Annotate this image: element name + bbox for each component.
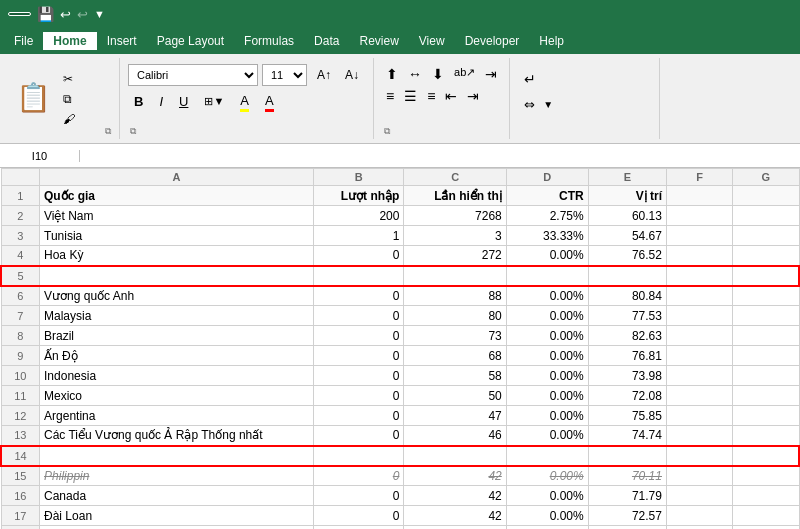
cell-9-B[interactable]: 0: [314, 346, 404, 366]
align-middle-button[interactable]: ↔: [404, 64, 426, 84]
cell-9-G[interactable]: [733, 346, 799, 366]
cell-3-F[interactable]: [666, 226, 732, 246]
copy-button[interactable]: ⧉: [59, 90, 83, 108]
cell-16-G[interactable]: [733, 486, 799, 506]
font-size-select[interactable]: 11: [262, 64, 307, 86]
cell-15-C[interactable]: 42: [404, 466, 506, 486]
cell-2-B[interactable]: 200: [314, 206, 404, 226]
underline-button[interactable]: U: [173, 90, 194, 112]
cell-18-E[interactable]: 79.66: [588, 526, 666, 530]
cell-14-A[interactable]: [40, 446, 314, 466]
menu-formulas[interactable]: Formulas: [234, 32, 304, 50]
menu-insert[interactable]: Insert: [97, 32, 147, 50]
cell-13-F[interactable]: [666, 426, 732, 446]
cell-10-A[interactable]: Indonesia: [40, 366, 314, 386]
wrap-text-button[interactable]: ↵: [518, 68, 651, 90]
cell-16-F[interactable]: [666, 486, 732, 506]
cell-5-C[interactable]: [404, 266, 506, 286]
font-expand-icon[interactable]: ⧉: [130, 126, 136, 137]
menu-developer[interactable]: Developer: [455, 32, 530, 50]
cell-12-G[interactable]: [733, 406, 799, 426]
cell-8-G[interactable]: [733, 326, 799, 346]
col-header-F[interactable]: F: [666, 169, 732, 186]
cell-14-G[interactable]: [733, 446, 799, 466]
cell-18-B[interactable]: 0: [314, 526, 404, 530]
cell-11-A[interactable]: Mexico: [40, 386, 314, 406]
cell-1-E[interactable]: Vị trí: [588, 186, 666, 206]
font-name-select[interactable]: Calibri: [128, 64, 258, 86]
menu-file[interactable]: File: [4, 32, 43, 50]
cell-11-G[interactable]: [733, 386, 799, 406]
cell-6-D[interactable]: 0.00%: [506, 286, 588, 306]
cell-10-G[interactable]: [733, 366, 799, 386]
cell-16-B[interactable]: 0: [314, 486, 404, 506]
cell-1-A[interactable]: Quốc gia: [40, 186, 314, 206]
cell-1-C[interactable]: Lần hiển thị: [404, 186, 506, 206]
cell-17-B[interactable]: 0: [314, 506, 404, 526]
cell-4-C[interactable]: 272: [404, 246, 506, 266]
autosave-badge[interactable]: [8, 12, 31, 16]
cell-4-E[interactable]: 76.52: [588, 246, 666, 266]
align-left-button[interactable]: ≡: [382, 86, 398, 106]
cell-10-D[interactable]: 0.00%: [506, 366, 588, 386]
cell-10-B[interactable]: 0: [314, 366, 404, 386]
cell-5-F[interactable]: [666, 266, 732, 286]
cell-17-E[interactable]: 72.57: [588, 506, 666, 526]
cell-12-E[interactable]: 75.85: [588, 406, 666, 426]
cell-10-E[interactable]: 73.98: [588, 366, 666, 386]
cell-6-B[interactable]: 0: [314, 286, 404, 306]
cell-3-B[interactable]: 1: [314, 226, 404, 246]
cell-5-E[interactable]: [588, 266, 666, 286]
cell-11-E[interactable]: 72.08: [588, 386, 666, 406]
cell-11-D[interactable]: 0.00%: [506, 386, 588, 406]
cell-17-D[interactable]: 0.00%: [506, 506, 588, 526]
cell-15-D[interactable]: 0.00%: [506, 466, 588, 486]
cell-13-E[interactable]: 74.74: [588, 426, 666, 446]
cell-12-B[interactable]: 0: [314, 406, 404, 426]
cell-18-A[interactable]: Đức: [40, 526, 314, 530]
col-header-B[interactable]: B: [314, 169, 404, 186]
cell-4-D[interactable]: 0.00%: [506, 246, 588, 266]
cell-6-G[interactable]: [733, 286, 799, 306]
cell-5-G[interactable]: [733, 266, 799, 286]
cell-13-G[interactable]: [733, 426, 799, 446]
paste-button[interactable]: 📋: [8, 60, 59, 137]
cell-12-C[interactable]: 47: [404, 406, 506, 426]
cell-9-A[interactable]: Ấn Độ: [40, 346, 314, 366]
align-bottom-button[interactable]: ⬇: [428, 64, 448, 84]
cell-13-A[interactable]: Các Tiểu Vương quốc Ả Rập Thống nhất: [40, 426, 314, 446]
save-icon[interactable]: 💾: [37, 6, 54, 22]
col-header-D[interactable]: D: [506, 169, 588, 186]
borders-button[interactable]: ⊞▼: [198, 90, 230, 112]
menu-help[interactable]: Help: [529, 32, 574, 50]
col-header-E[interactable]: E: [588, 169, 666, 186]
cell-1-B[interactable]: Lượt nhập: [314, 186, 404, 206]
alignment-expand-icon[interactable]: ⧉: [384, 126, 390, 137]
font-increase-button[interactable]: A↑: [311, 64, 337, 86]
cell-2-A[interactable]: Việt Nam: [40, 206, 314, 226]
cut-button[interactable]: ✂: [59, 70, 83, 88]
cell-6-C[interactable]: 88: [404, 286, 506, 306]
cell-14-C[interactable]: [404, 446, 506, 466]
format-painter-button[interactable]: 🖌: [59, 110, 83, 128]
cell-9-E[interactable]: 76.81: [588, 346, 666, 366]
bold-button[interactable]: B: [128, 90, 149, 112]
cell-2-C[interactable]: 7268: [404, 206, 506, 226]
undo-icon[interactable]: ↩: [60, 7, 71, 22]
cell-8-F[interactable]: [666, 326, 732, 346]
cell-1-D[interactable]: CTR: [506, 186, 588, 206]
cell-3-G[interactable]: [733, 226, 799, 246]
indent-button[interactable]: ⇥: [481, 64, 501, 84]
col-header-G[interactable]: G: [733, 169, 799, 186]
cell-2-G[interactable]: [733, 206, 799, 226]
cell-5-A[interactable]: [40, 266, 314, 286]
cell-6-E[interactable]: 80.84: [588, 286, 666, 306]
cell-15-G[interactable]: [733, 466, 799, 486]
cell-16-A[interactable]: Canada: [40, 486, 314, 506]
cell-7-E[interactable]: 77.53: [588, 306, 666, 326]
cell-14-B[interactable]: [314, 446, 404, 466]
align-right-button[interactable]: ≡: [423, 86, 439, 106]
cell-13-C[interactable]: 46: [404, 426, 506, 446]
cell-5-B[interactable]: [314, 266, 404, 286]
menu-page-layout[interactable]: Page Layout: [147, 32, 234, 50]
